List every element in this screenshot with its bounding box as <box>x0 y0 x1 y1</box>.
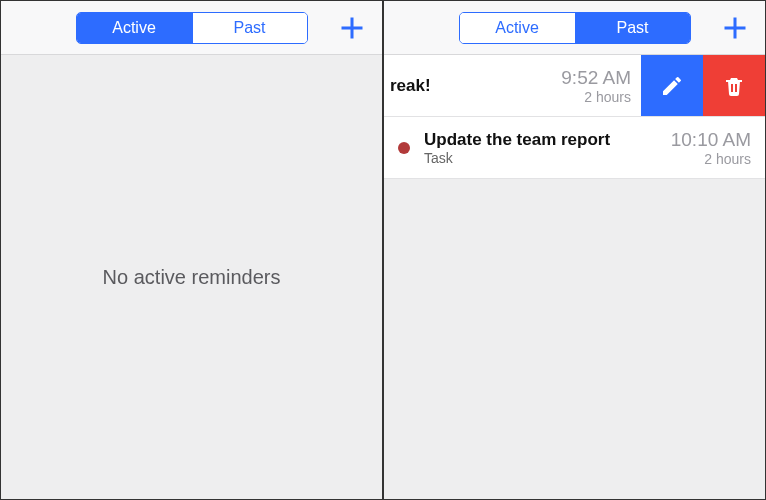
empty-state-text: No active reminders <box>1 55 382 499</box>
tab-active[interactable]: Active <box>77 13 192 43</box>
reminder-duration: 2 hours <box>671 151 751 167</box>
list-item-content: Update the team report Task 10:10 AM 2 h… <box>384 117 765 178</box>
add-button[interactable] <box>721 1 749 55</box>
list-item-content: reak! 9:52 AM 2 hours <box>384 55 641 116</box>
reminder-title-fragment: reak! <box>390 76 431 96</box>
reminder-duration: 2 hours <box>561 89 631 105</box>
tab-active[interactable]: Active <box>460 13 575 43</box>
reminder-subtitle: Task <box>424 150 661 166</box>
plus-icon <box>721 14 749 42</box>
status-dot <box>398 142 410 154</box>
trash-icon <box>722 74 746 98</box>
pane-past-view: Active Past reak! 9:52 AM 2 hours <box>383 0 766 500</box>
plus-icon <box>338 14 366 42</box>
body-right: reak! 9:52 AM 2 hours <box>384 55 765 499</box>
text-column: Update the team report Task <box>424 130 661 166</box>
time-column: 10:10 AM 2 hours <box>661 129 751 167</box>
segmented-control: Active Past <box>459 12 691 44</box>
reminder-list: reak! 9:52 AM 2 hours <box>384 55 765 179</box>
edit-button[interactable] <box>641 55 703 116</box>
body-left: No active reminders <box>1 55 382 499</box>
pencil-icon <box>660 74 684 98</box>
list-item-swiped[interactable]: reak! 9:52 AM 2 hours <box>384 55 765 117</box>
header-right: Active Past <box>384 1 765 55</box>
reminder-time: 10:10 AM <box>671 129 751 151</box>
segmented-control: Active Past <box>76 12 308 44</box>
reminder-title: Update the team report <box>424 130 661 150</box>
delete-button[interactable] <box>703 55 765 116</box>
time-column: 9:52 AM 2 hours <box>551 67 631 105</box>
tab-past[interactable]: Past <box>192 13 307 43</box>
tab-past[interactable]: Past <box>575 13 690 43</box>
pane-active-view: Active Past No active reminders <box>0 0 383 500</box>
header-left: Active Past <box>1 1 382 55</box>
add-button[interactable] <box>338 1 366 55</box>
list-item[interactable]: Update the team report Task 10:10 AM 2 h… <box>384 117 765 179</box>
reminder-time: 9:52 AM <box>561 67 631 89</box>
